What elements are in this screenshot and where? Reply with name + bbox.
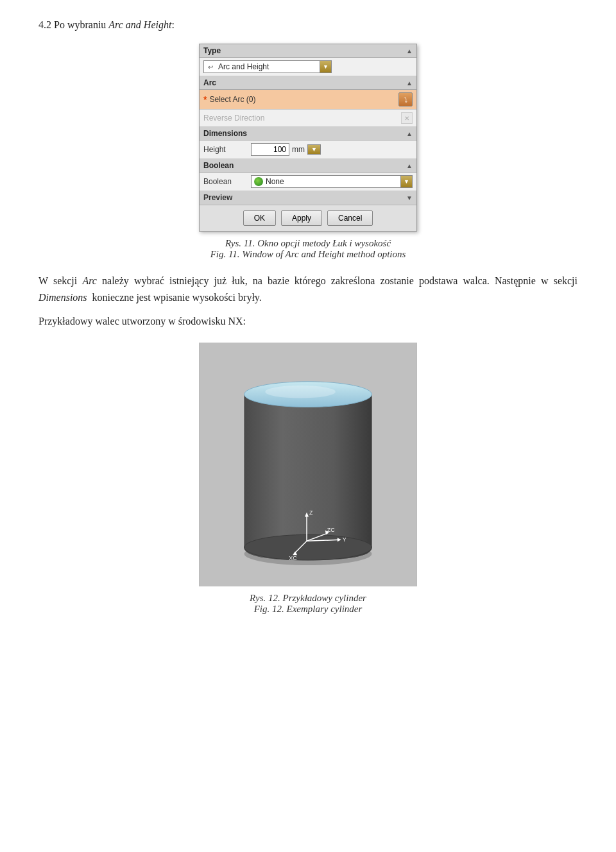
boolean-label: Boolean	[203, 177, 248, 186]
select-arc-row: * Select Arc (0) ⤵	[200, 90, 416, 110]
apply-button[interactable]: Apply	[281, 210, 322, 226]
cylinder-container: Z ZC Y XC	[38, 343, 578, 586]
ok-button[interactable]: OK	[243, 210, 276, 226]
cylinder-svg: Z ZC Y XC	[200, 343, 416, 586]
height-label: Height	[203, 145, 248, 154]
section-heading: 4.2 Po wybraniu Arc and Height:	[38, 19, 578, 31]
svg-text:XC: XC	[289, 555, 297, 561]
preview-chevron-icon: ▼	[406, 194, 413, 201]
cylinder-image: Z ZC Y XC	[199, 343, 417, 586]
boolean-none-icon	[254, 177, 263, 186]
fig12-caption-line2: Fig. 12. Exemplary cylinder	[38, 604, 578, 615]
page-content: 4.2 Po wybraniu Arc and Height: Type ▲ ↩…	[38, 19, 578, 615]
dialog-buttons: OK Apply Cancel	[200, 205, 416, 231]
body-paragraph-1: W sekcji Arc należy wybrać istniejący ju…	[38, 273, 578, 305]
arc-chevron-icon: ▲	[406, 80, 413, 87]
arc-label: Arc	[203, 78, 216, 87]
fig12-caption: Rys. 12. Przykładowy cylinder Fig. 12. E…	[38, 593, 578, 615]
height-row: Height mm ▼	[200, 141, 416, 159]
boolean-section-label: Boolean	[203, 161, 234, 170]
type-dropdown[interactable]: ↩ Arc and Height ▼	[203, 60, 332, 73]
boolean-chevron-icon: ▲	[406, 162, 413, 169]
boolean-section-header: Boolean ▲	[200, 159, 416, 173]
body-paragraph-2: Przykładowy walec utworzony w środowisku…	[38, 313, 578, 330]
dialog-box: Type ▲ ↩ Arc and Height ▼ Arc ▲ * Select…	[199, 44, 417, 232]
dialog-container: Type ▲ ↩ Arc and Height ▼ Arc ▲ * Select…	[38, 44, 578, 232]
type-section-header: Type ▲	[200, 44, 416, 58]
arc-section-header: Arc ▲	[200, 76, 416, 90]
boolean-dropdown-arrow-icon[interactable]: ▼	[400, 176, 412, 187]
fig11-caption-line2: Fig. 11. Window of Arc and Height method…	[38, 249, 578, 260]
type-row: ↩ Arc and Height ▼	[200, 58, 416, 76]
height-unit: mm	[292, 145, 305, 154]
boolean-row: Boolean None ▼	[200, 173, 416, 191]
type-dropdown-arrow-icon[interactable]: ▼	[320, 61, 331, 72]
type-value: Arc and Height	[218, 62, 269, 71]
required-star-icon: *	[203, 94, 207, 105]
preview-label: Preview	[203, 193, 232, 202]
dimensions-label: Dimensions	[203, 129, 247, 138]
fig11-caption: Rys. 11. Okno opcji metody Łuk i wysokoś…	[38, 238, 578, 260]
type-label: Type	[203, 46, 221, 55]
boolean-dropdown[interactable]: None ▼	[251, 175, 413, 188]
svg-point-4	[265, 386, 335, 398]
fig12-caption-line1: Rys. 12. Przykładowy cylinder	[38, 593, 578, 604]
svg-text:Z: Z	[309, 509, 313, 515]
reverse-direction-label: Reverse Direction	[203, 114, 264, 123]
type-chevron-icon: ▲	[406, 47, 413, 55]
svg-text:ZC: ZC	[327, 527, 335, 533]
height-input[interactable]	[251, 143, 289, 156]
reverse-direction-row: Reverse Direction ✕	[200, 110, 416, 127]
arc-select-button[interactable]: ⤵	[398, 92, 413, 106]
preview-row: Preview ▼	[200, 191, 416, 205]
svg-point-2	[244, 534, 372, 560]
dimensions-chevron-icon: ▲	[406, 130, 413, 137]
svg-text:Y: Y	[343, 536, 346, 543]
boolean-value: None	[266, 177, 284, 186]
dimensions-section-header: Dimensions ▲	[200, 127, 416, 141]
cancel-button[interactable]: Cancel	[327, 210, 373, 226]
select-arc-text: Select Arc (0)	[209, 95, 396, 104]
fig11-caption-line1: Rys. 11. Okno opcji metody Łuk i wysokoś…	[38, 238, 578, 249]
reverse-direction-button[interactable]: ✕	[401, 112, 413, 124]
height-unit-dropdown-button[interactable]: ▼	[307, 144, 321, 155]
